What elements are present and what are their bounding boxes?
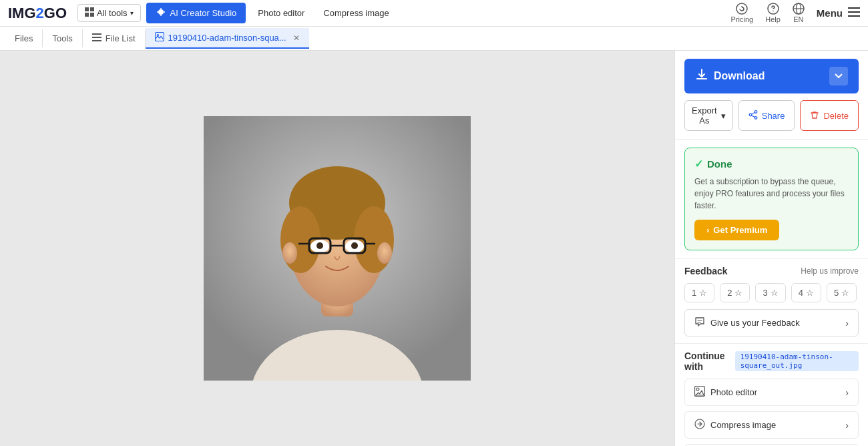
delete-button[interactable]: Delete xyxy=(800,100,859,131)
feedback-section: Feedback Help us improve 1 ☆ 2 ☆ 3 ☆ 4 ☆… xyxy=(675,258,868,343)
top-navigation: IMG2GO All tools ▾ AI Creator Studio Pho… xyxy=(0,0,868,27)
svg-point-40 xyxy=(749,114,752,116)
svg-line-42 xyxy=(751,112,754,114)
export-as-button[interactable]: Export As ▾ xyxy=(684,100,733,131)
chevron-down-icon: ▾ xyxy=(721,111,726,121)
download-section: Download Export As ▾ xyxy=(675,51,868,140)
photo-editor-continue-button[interactable]: Photo editor › xyxy=(684,379,859,406)
active-file-tab[interactable]: 19190410-adam-tinson-squa... ✕ xyxy=(146,28,309,49)
done-title: ✓ Done xyxy=(694,158,849,170)
star-3-button[interactable]: 3 ☆ xyxy=(755,283,785,302)
star-rating-row: 1 ☆ 2 ☆ 3 ☆ 4 ☆ 5 ☆ xyxy=(684,283,859,302)
svg-point-41 xyxy=(754,116,757,119)
svg-point-27 xyxy=(354,206,394,273)
compress-image-continue-label: Compress image xyxy=(710,420,776,430)
svg-point-26 xyxy=(280,206,320,273)
star-4-button[interactable]: 4 ☆ xyxy=(791,283,821,302)
arrow-right-icon: › xyxy=(706,225,709,235)
trash-icon xyxy=(810,110,819,122)
svg-rect-17 xyxy=(92,37,101,38)
image-tab-icon xyxy=(155,32,164,43)
compress-image-continue-button[interactable]: Compress image › xyxy=(684,411,859,439)
compress-image-nav-link[interactable]: Compress image xyxy=(316,5,395,21)
continue-section: Continue with 19190410-adam-tinson-squar… xyxy=(675,343,868,446)
tab-close-button[interactable]: ✕ xyxy=(293,33,300,43)
star-2-button[interactable]: 2 ☆ xyxy=(720,283,750,302)
list-icon xyxy=(92,33,101,43)
grid-icon xyxy=(85,7,94,19)
svg-point-36 xyxy=(351,242,358,249)
files-tab[interactable]: Files xyxy=(5,29,43,47)
star-5-button[interactable]: 5 ☆ xyxy=(827,283,857,302)
share-icon xyxy=(748,110,758,122)
photo-editor-continue-label: Photo editor xyxy=(710,387,757,397)
svg-rect-13 xyxy=(848,7,860,9)
svg-point-37 xyxy=(377,242,392,264)
svg-rect-19 xyxy=(155,33,164,41)
svg-point-4 xyxy=(158,9,164,15)
canvas-area xyxy=(0,51,674,446)
feedback-arrow-icon: › xyxy=(845,318,849,328)
done-section: ✓ Done Get a subscription to bypass the … xyxy=(684,148,859,250)
action-row: Export As ▾ Share xyxy=(684,100,859,131)
ai-creator-button[interactable]: AI Creator Studio xyxy=(146,3,246,23)
globe-icon xyxy=(793,3,805,15)
svg-rect-1 xyxy=(90,7,94,11)
logo[interactable]: IMG2GO xyxy=(8,5,67,22)
svg-rect-15 xyxy=(848,15,860,17)
photo-editor-nav-link[interactable]: Photo editor xyxy=(251,5,311,21)
get-premium-button[interactable]: › Get Premium xyxy=(694,220,779,240)
svg-rect-3 xyxy=(90,13,94,17)
svg-rect-2 xyxy=(85,13,89,17)
svg-point-39 xyxy=(754,110,757,113)
menu-button[interactable]: Menu xyxy=(817,7,860,19)
svg-point-5 xyxy=(736,3,747,14)
share-button[interactable]: Share xyxy=(738,100,795,131)
compress-arrow-icon: › xyxy=(845,420,849,431)
svg-point-35 xyxy=(316,242,323,249)
hamburger-icon xyxy=(848,7,860,19)
svg-line-43 xyxy=(751,116,754,118)
file-tabs-bar: Files Tools File List 19190410-adam-tins… xyxy=(0,27,868,51)
ai-icon xyxy=(156,7,166,19)
done-description: Get a subscription to bypass the queue, … xyxy=(694,176,849,212)
help-nav-item[interactable]: Help xyxy=(765,3,781,23)
image-preview xyxy=(204,116,471,381)
main-layout: Download Export As ▾ xyxy=(0,51,868,446)
svg-rect-18 xyxy=(92,40,101,41)
all-tools-button[interactable]: All tools ▾ xyxy=(77,4,141,22)
download-button[interactable]: Download xyxy=(684,59,859,93)
svg-rect-0 xyxy=(85,7,89,11)
svg-rect-16 xyxy=(92,33,101,35)
svg-point-44 xyxy=(696,388,699,391)
all-tools-label: All tools xyxy=(97,8,128,18)
star-1-icon: ☆ xyxy=(699,288,707,298)
continue-file-badge: 19190410-adam-tinson-square_out.jpg xyxy=(735,351,859,371)
file-list-tab[interactable]: File List xyxy=(83,29,146,47)
star-3-icon: ☆ xyxy=(771,288,779,298)
give-feedback-button[interactable]: Give us your Feedback › xyxy=(684,309,859,337)
pricing-nav-item[interactable]: Pricing xyxy=(731,3,754,23)
tools-tab[interactable]: Tools xyxy=(43,29,82,47)
photo-editor-arrow-icon: › xyxy=(845,387,849,398)
right-panel: Download Export As ▾ xyxy=(674,51,868,446)
nav-right: Pricing Help EN Menu xyxy=(731,3,860,23)
ai-creator-label: AI Creator Studio xyxy=(170,8,237,18)
pricing-icon xyxy=(736,3,748,15)
star-1-button[interactable]: 1 ☆ xyxy=(684,283,714,302)
chevron-down-icon: ▾ xyxy=(130,9,134,17)
svg-point-9 xyxy=(773,11,774,12)
photo-svg xyxy=(204,116,471,381)
checkmark-icon: ✓ xyxy=(694,158,703,170)
download-icon xyxy=(695,68,708,84)
feedback-icon xyxy=(694,316,705,329)
language-nav-item[interactable]: EN xyxy=(793,3,805,23)
svg-point-38 xyxy=(282,242,297,264)
star-2-icon: ☆ xyxy=(734,288,742,298)
svg-rect-14 xyxy=(848,11,860,13)
help-icon xyxy=(767,3,779,15)
photo-editor-continue-icon xyxy=(694,386,705,399)
feedback-title: Feedback xyxy=(684,266,728,276)
download-dropdown-chevron xyxy=(829,67,848,85)
svg-point-20 xyxy=(157,34,159,36)
